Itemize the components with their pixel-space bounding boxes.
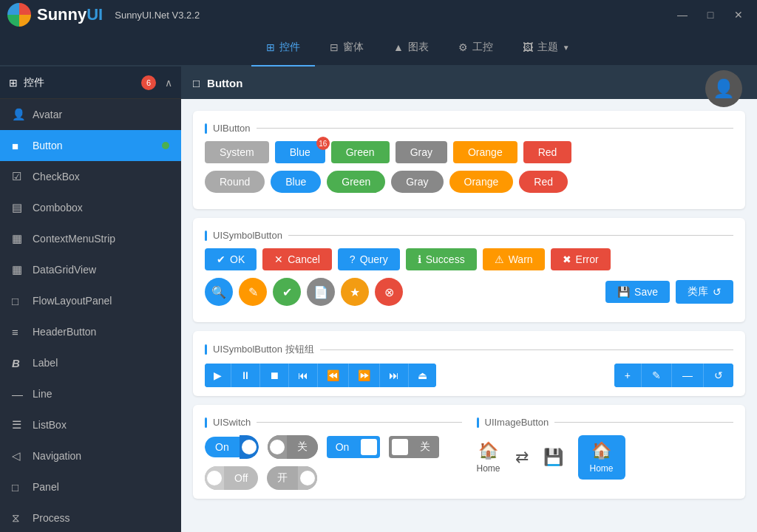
lib-icon: ↺	[713, 286, 722, 298]
tab-controls[interactable]: ⊞ 控件	[251, 30, 315, 66]
uibutton-row2: Round Blue Green Gray Orange Red	[205, 171, 733, 193]
red-button-1[interactable]: Red	[523, 141, 572, 163]
delete-action-button[interactable]: —	[672, 364, 704, 387]
sidebar-item-avatar[interactable]: 👤 Avatar	[0, 99, 181, 130]
save-image-button[interactable]: 💾	[543, 448, 563, 467]
switch-on-1[interactable]: On	[205, 435, 259, 459]
checkbox-sidebar-icon: ☑	[12, 170, 25, 183]
round-green-button[interactable]: Green	[327, 171, 385, 193]
tab-chart[interactable]: ▲ 图表	[378, 30, 444, 66]
sidebar-item-process[interactable]: ⧖ Process	[0, 502, 181, 532]
round-red-button[interactable]: Red	[519, 171, 568, 193]
pause-button[interactable]: ⏸	[231, 364, 260, 387]
add-action-button[interactable]: +	[614, 364, 642, 387]
sidebar-item-combobox[interactable]: ▤ Combobox	[0, 192, 181, 223]
edit-action-button[interactable]: ✎	[642, 364, 672, 387]
sidebar-item-headerbutton[interactable]: ≡ HeaderButton	[0, 316, 181, 347]
switch-sq-label-3: On	[327, 437, 359, 457]
switch-gray-label-2: 关	[287, 436, 318, 458]
maximize-button[interactable]: □	[699, 6, 722, 24]
transfer-icon: ⇄	[515, 448, 529, 467]
green-button-1[interactable]: Green	[331, 141, 390, 163]
round-blue-button[interactable]: Blue	[271, 171, 321, 193]
delete-circle-button[interactable]: ⊗	[375, 278, 403, 306]
refresh-action-button[interactable]: ↺	[704, 364, 733, 387]
cancel-button[interactable]: ✕ Cancel	[262, 248, 332, 270]
switch-kai-6[interactable]: 开	[267, 466, 317, 490]
tab-industrial[interactable]: ⚙ 工控	[444, 30, 508, 66]
forward-button[interactable]: ⏩	[349, 364, 380, 387]
close-button[interactable]: ✕	[727, 6, 750, 24]
chart-icon: ▲	[393, 41, 404, 53]
warn-button[interactable]: ⚠ Warn	[483, 248, 545, 270]
listbox-sidebar-icon: ☰	[12, 418, 25, 432]
query-button[interactable]: ? Query	[338, 248, 400, 270]
save-button[interactable]: 💾 Save	[605, 281, 670, 303]
switch-sq-gray-label-4: 关	[411, 436, 439, 458]
cancel-icon: ✕	[274, 253, 283, 265]
round-orange-button[interactable]: Orange	[449, 171, 514, 193]
sidebar-item-listbox[interactable]: ☰ ListBox	[0, 409, 181, 440]
round-system-button[interactable]: Round	[205, 171, 265, 193]
switch-on-label-1: On	[205, 437, 240, 457]
symbolbutton-row1: ✔ OK ✕ Cancel ? Query ℹ Success	[205, 248, 733, 270]
system-button[interactable]: System	[205, 141, 269, 163]
success-button[interactable]: ℹ Success	[406, 248, 477, 270]
switch-sq-gray-knob-4	[392, 439, 408, 455]
play-button[interactable]: ▶	[205, 364, 231, 387]
doc-circle-button[interactable]: 📄	[307, 278, 335, 306]
theme-chevron: ▼	[563, 44, 570, 52]
edit-circle-button[interactable]: ✎	[239, 278, 267, 306]
lib-button[interactable]: 类库 ↺	[676, 280, 733, 304]
eject-button[interactable]: ⏏	[409, 364, 436, 387]
sidebar-toggle[interactable]: ∧	[165, 77, 172, 89]
star-circle-button[interactable]: ★	[341, 278, 369, 306]
sidebar-item-contextmenustrip[interactable]: ▦ ContextMenuStrip	[0, 223, 181, 254]
uisymbolbutton-label: UISymbolButton	[205, 230, 733, 241]
logo-icon	[7, 3, 31, 27]
home-image-button-1[interactable]: 🏠 Home	[477, 441, 500, 474]
minimize-button[interactable]: —	[671, 6, 693, 24]
panel-sidebar-icon: □	[12, 481, 25, 494]
round-gray-button[interactable]: Gray	[391, 171, 443, 193]
sidebar-item-flowlayoutpanel[interactable]: □ FlowLayoutPanel	[0, 285, 181, 316]
media-button-group: ▶ ⏸ ⏹ ⏮ ⏪ ⏩ ⏭ ⏏	[205, 364, 436, 387]
rewind-button[interactable]: ⏪	[318, 364, 349, 387]
sidebar-item-datagridview[interactable]: ▦ DataGridView	[0, 254, 181, 285]
sidebar-item-panel[interactable]: □ Panel	[0, 471, 181, 502]
line-sidebar-icon: —	[12, 388, 25, 400]
symbolbutton-group-section: UISymbolButton 按钮组 ▶ ⏸ ⏹ ⏮ ⏪ ⏩ ⏭ ⏏	[193, 331, 745, 396]
blue-button-1[interactable]: Blue 16	[275, 141, 325, 163]
sidebar-item-checkbox[interactable]: ☑ CheckBox	[0, 161, 181, 192]
home-image-button-2[interactable]: 🏠 Home	[578, 435, 625, 480]
check-circle-button[interactable]: ✔	[273, 278, 301, 306]
main-layout: ⊞ 控件 6 ∧ 👤 Avatar ■ Button ☑ CheckBox ▤ …	[0, 66, 757, 532]
tab-theme[interactable]: 🖼 主题 ▼	[508, 30, 585, 66]
blue-badge: 16	[316, 137, 330, 150]
stop-button[interactable]: ⏹	[260, 364, 289, 387]
uibutton-label: UIButton	[205, 123, 733, 134]
switch-off-5[interactable]: Off	[205, 466, 258, 490]
switch-knob-circle-1	[242, 440, 257, 454]
switch-square-on-3[interactable]: On	[327, 436, 381, 458]
gray-button-1[interactable]: Gray	[396, 141, 447, 163]
uibutton-section: UIButton System Blue 16 Green Gray Orang…	[193, 111, 745, 209]
tab-window[interactable]: ⊟ 窗体	[315, 30, 378, 66]
switch-sq-knob-3	[361, 439, 377, 455]
switch-square-gray-4[interactable]: 关	[389, 436, 439, 458]
next-button[interactable]: ⏭	[380, 364, 409, 387]
prev-button[interactable]: ⏮	[289, 364, 318, 387]
orange-button-1[interactable]: Orange	[453, 141, 517, 163]
sidebar-title: 控件	[24, 76, 44, 89]
sidebar-item-label[interactable]: B Label	[0, 347, 181, 378]
error-button[interactable]: ✖ Error	[551, 248, 611, 270]
sidebar-item-line[interactable]: — Line	[0, 378, 181, 409]
error-icon: ✖	[563, 253, 571, 265]
titlebar-left: SunnyUI SunnyUI.Net V3.2.2	[7, 3, 200, 27]
search-circle-button[interactable]: 🔍	[205, 278, 233, 306]
sidebar-item-button[interactable]: ■ Button	[0, 130, 181, 161]
sidebar-item-navigation[interactable]: ◁ Navigation	[0, 440, 181, 471]
ok-button[interactable]: ✔ OK	[205, 248, 257, 270]
transfer-image-button[interactable]: ⇄	[515, 448, 529, 467]
switch-off-2[interactable]: 关	[268, 435, 318, 459]
